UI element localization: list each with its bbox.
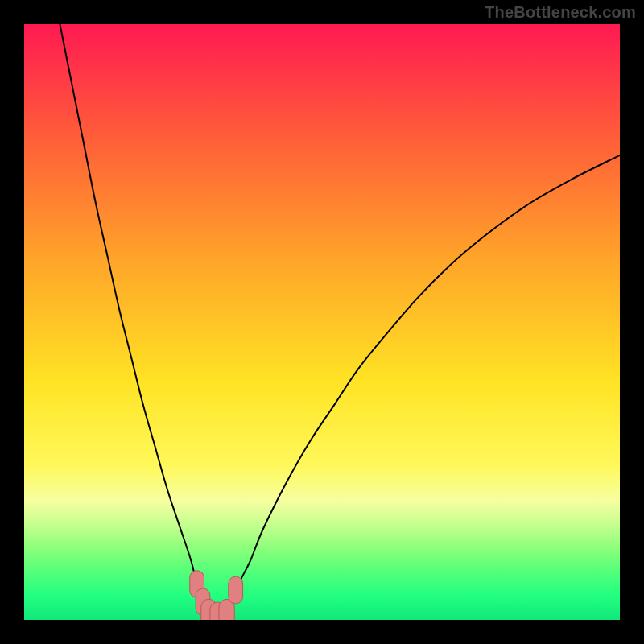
brand-watermark: TheBottleneck.com (485, 3, 636, 22)
plot-area (24, 24, 620, 620)
chart-svg (24, 24, 620, 620)
gradient-background (24, 24, 620, 620)
chart-frame: TheBottleneck.com (0, 0, 644, 644)
valley-marker-right (229, 576, 243, 604)
